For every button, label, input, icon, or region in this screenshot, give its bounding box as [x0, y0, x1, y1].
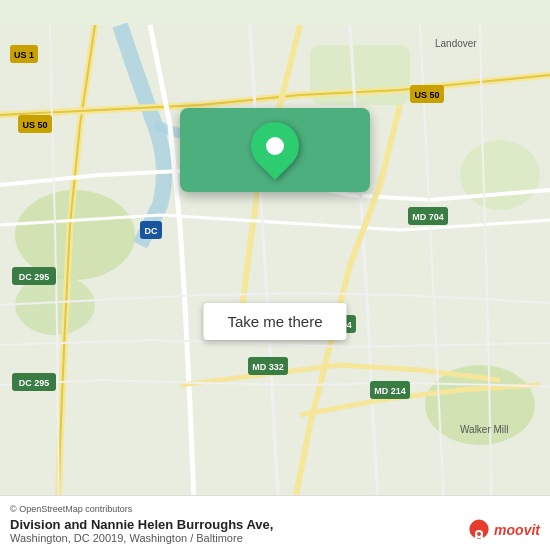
- map-attribution: © OpenStreetMap contributors: [10, 504, 540, 514]
- svg-text:DC: DC: [145, 226, 158, 236]
- pin-icon: [251, 122, 299, 170]
- location-popup: Take me there: [180, 108, 370, 192]
- location-title: Division and Nannie Helen Burroughs Ave,: [10, 517, 273, 532]
- map-container: Landover Walker Mill US 1 US 50 US 50 MD…: [0, 0, 550, 550]
- location-subtitle: Washington, DC 20019, Washington / Balti…: [10, 532, 273, 544]
- svg-text:Walker Mill: Walker Mill: [460, 424, 509, 435]
- bottom-bar: © OpenStreetMap contributors Division an…: [0, 495, 550, 550]
- svg-text:DC 295: DC 295: [19, 378, 50, 388]
- svg-text:MD 332: MD 332: [252, 362, 284, 372]
- svg-point-5: [460, 140, 540, 210]
- svg-text:US 50: US 50: [22, 120, 47, 130]
- svg-text:US 1: US 1: [14, 50, 34, 60]
- moovit-logo: moovit: [467, 518, 540, 542]
- svg-text:MD 704: MD 704: [412, 212, 444, 222]
- moovit-logo-text: moovit: [494, 522, 540, 538]
- take-me-there-button[interactable]: Take me there: [203, 303, 346, 340]
- svg-point-30: [477, 532, 481, 536]
- svg-text:Landover: Landover: [435, 38, 477, 49]
- svg-text:US 50: US 50: [414, 90, 439, 100]
- svg-text:MD 214: MD 214: [374, 386, 406, 396]
- svg-text:DC 295: DC 295: [19, 272, 50, 282]
